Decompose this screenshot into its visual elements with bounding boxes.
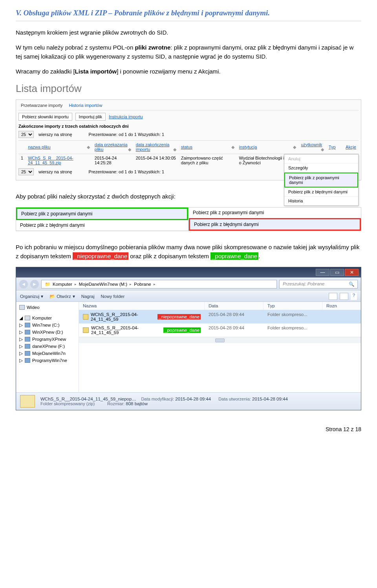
- file-type-2: Folder skompreso...: [264, 324, 322, 336]
- screenshot-lista-importow: Lista importów Przetwarzane importy Hist…: [16, 83, 361, 180]
- address-bar: ◄ ► 📁 Komputer▸ MojeDaneWin7new (M:)▸ Po…: [16, 277, 361, 291]
- tree-drive-1[interactable]: ▷WinXPnew (D:): [18, 329, 77, 336]
- drive-icon: [25, 337, 30, 342]
- tree-drive-2[interactable]: ▷ProgramyXPnew: [18, 336, 77, 343]
- file-date-2: 2015-04-28 09:44: [205, 324, 264, 336]
- tree-drive-3[interactable]: ▷daneXPnew (F:): [18, 343, 77, 350]
- download-dictionaries-button[interactable]: Pobierz słowniki importu: [18, 113, 72, 121]
- menu-historia[interactable]: Historia: [284, 197, 358, 206]
- close-button[interactable]: ✕: [345, 269, 359, 276]
- new-folder-button[interactable]: Nowy folder: [101, 294, 125, 299]
- file-row-2[interactable]: WChS_S_R__2015-04-24_11_45_59_poprawne_d…: [79, 323, 361, 337]
- organize-button[interactable]: Organizuj ▾: [20, 294, 43, 299]
- import-file-button[interactable]: Importuj plik: [75, 113, 106, 121]
- cell-date2: 2015-04-24 14:30:05: [134, 154, 179, 167]
- crumb-2[interactable]: MojeDaneWin7new (M:): [79, 282, 127, 287]
- tree-komputer[interactable]: ◢Komputer: [18, 314, 77, 322]
- cell-name[interactable]: WChS_S_R__2015-04-24_11_45_59.zip: [26, 154, 92, 167]
- status-bar: WChS_S_R__2015-04-24_11_45_59_niepop… Da…: [16, 392, 361, 410]
- video-icon: [19, 305, 25, 310]
- col-size[interactable]: Rozn: [322, 302, 361, 310]
- drive-icon: [25, 351, 30, 356]
- tree-drive-4[interactable]: ▷MojeDaneWin7n: [18, 350, 77, 357]
- file-type-1: Folder skompreso...: [264, 311, 322, 323]
- horizontal-scrollbar[interactable]: [79, 337, 361, 343]
- p2-b: pliki zwrotne: [135, 44, 170, 51]
- status-create-value: 2015-04-28 09:44: [252, 397, 288, 401]
- rows-per-page-label-bottom: wierszy na stronę: [38, 169, 72, 174]
- file-name-1: WChS_S_R__2015-04-24_11_45_59_niepoprawn…: [79, 311, 205, 323]
- status-thumbnail-icon: [20, 395, 35, 408]
- window-titlebar: — ▭ ✕: [16, 267, 361, 277]
- menu-pobierz-poprawne[interactable]: Pobierz plik z poprawnymi danymi: [284, 173, 358, 187]
- crumb-3[interactable]: Pobrane: [134, 282, 151, 287]
- crumb-1[interactable]: Komputer: [53, 282, 72, 287]
- view-mode-button[interactable]: [329, 293, 337, 300]
- nav-back-button[interactable]: ◄: [19, 280, 28, 288]
- col-name[interactable]: Nazwa: [79, 302, 205, 310]
- import-instructions-link[interactable]: Instrukcja importu: [109, 114, 143, 119]
- cell-status: Zaimportowano część danych z pliku: [179, 154, 237, 167]
- explorer-body: Wideo ◢Komputer ▷Win7new (C:) ▷WinXPnew …: [16, 302, 361, 392]
- action-bledne-highlight-red[interactable]: Pobierz plik z błędnymi danymi: [189, 218, 361, 231]
- col-type: Typ: [326, 140, 343, 154]
- col-user[interactable]: użytkownik◆: [298, 140, 326, 154]
- status-mod-label: Data modyfikacji:: [141, 397, 174, 401]
- col-date2[interactable]: data zakończenia importu◆: [134, 140, 179, 154]
- tree-wideo[interactable]: Wideo: [18, 304, 77, 311]
- rows-per-page-label: wierszy na stronę: [38, 132, 72, 137]
- col-type[interactable]: Typ: [264, 302, 322, 310]
- tab-przetwarzane[interactable]: Przetwarzane importy: [21, 103, 62, 108]
- col-status[interactable]: status◆: [179, 140, 237, 154]
- screenshot-two-actions: Pobierz plik z poprawnymi danymi Pobierz…: [16, 207, 361, 231]
- action-poprawne-right[interactable]: Pobierz plik z poprawnymi danymi: [189, 208, 361, 218]
- menu-szczegoly[interactable]: Szczegóły: [284, 164, 358, 173]
- scroll-thumb[interactable]: [215, 338, 225, 342]
- preview-pane-button[interactable]: [340, 293, 348, 300]
- cell-date1: 2015-04-24 14:25:28: [92, 154, 134, 167]
- tree-drive-5[interactable]: ▷ProgramyWin7ne: [18, 357, 77, 364]
- zip-icon: [83, 314, 88, 320]
- status-filename: WChS_S_R__2015-04-24_11_45_59_niepop…: [40, 397, 136, 401]
- command-bar: Organizuj ▾ 📂Otwórz ▾ Nagraj Nowy folder…: [16, 291, 361, 302]
- menu-anuluj[interactable]: Anuluj: [284, 154, 358, 164]
- page-size-select-bottom[interactable]: 25: [18, 168, 34, 175]
- file-row-1[interactable]: WChS_S_R__2015-04-24_11_45_59_niepoprawn…: [79, 310, 361, 323]
- status-size-value: 808 bajtów: [126, 401, 148, 406]
- page-size-select[interactable]: 25: [18, 131, 34, 138]
- nav-forward-button[interactable]: ►: [30, 280, 39, 288]
- file-date-1: 2015-04-28 09:44: [205, 311, 264, 323]
- search-icon: 🔍: [349, 281, 354, 287]
- file-list: Nazwa Data Typ Rozn WChS_S_R__2015-04-24…: [79, 302, 361, 392]
- col-date1[interactable]: data przekazania pliku◆: [92, 140, 134, 154]
- tab-historia[interactable]: Historia importów: [69, 103, 102, 108]
- zip-icon: [83, 327, 89, 333]
- menu-pobierz-bledne[interactable]: Pobierz plik z błędnymi danymi: [284, 187, 358, 197]
- tabs-bar: Przetwarzane importy Historia importów: [18, 102, 359, 110]
- imports-panel: Przetwarzane importy Historia importów P…: [16, 99, 361, 180]
- action-poprawne-highlight-green[interactable]: Pobierz plik z poprawnymi danymi: [16, 208, 188, 220]
- p3-c: ] i ponownie rozwijamy menu z Akcjami.: [117, 68, 220, 75]
- p5-e: .: [258, 253, 260, 259]
- search-input[interactable]: Przeszukaj: Pobrane 🔍: [279, 280, 358, 288]
- computer-icon: [25, 316, 30, 320]
- burn-button[interactable]: Nagraj: [81, 294, 95, 299]
- col-actions: Akcje: [343, 140, 359, 154]
- breadcrumb[interactable]: 📁 Komputer▸ MojeDaneWin7new (M:)▸ Pobran…: [41, 280, 277, 288]
- help-icon[interactable]: ?: [351, 293, 357, 300]
- tree-drive-0[interactable]: ▷Win7new (C:): [18, 322, 77, 329]
- open-button[interactable]: 📂Otwórz ▾: [49, 294, 75, 299]
- minimize-button[interactable]: —: [316, 269, 329, 276]
- view-buttons: ?: [329, 293, 357, 300]
- drive-icon: [25, 344, 30, 349]
- suffix-red: _niepoprawne_dane: [157, 314, 201, 320]
- col-inst[interactable]: instytucja◆: [237, 140, 299, 154]
- table-header-row: nazwa pliku◆ data przekazania pliku◆ dat…: [18, 140, 359, 154]
- col-name[interactable]: nazwa pliku◆: [26, 140, 92, 154]
- col-date[interactable]: Data: [205, 302, 264, 310]
- explorer-window: — ▭ ✕ ◄ ► 📁 Komputer▸ MojeDaneWin7new (M…: [16, 267, 361, 410]
- search-placeholder: Przeszukaj: Pobrane: [283, 281, 324, 286]
- maximize-button[interactable]: ▭: [330, 269, 344, 276]
- action-bledne-left[interactable]: Pobierz plik z błędnymi danymi: [16, 220, 188, 231]
- p5-d: _poprawne_dane: [210, 252, 258, 260]
